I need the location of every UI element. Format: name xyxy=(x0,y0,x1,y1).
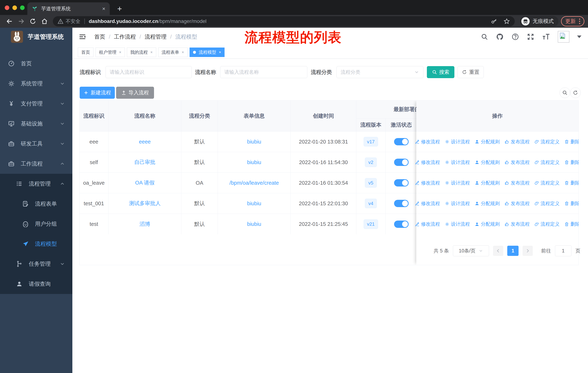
tag-close-icon[interactable]: × xyxy=(182,50,184,55)
process-name-field[interactable] xyxy=(220,66,307,78)
browser-update-menu-button[interactable]: 更新 xyxy=(561,16,584,26)
sidebar-item-payment[interactable]: 支付管理 xyxy=(0,94,72,114)
close-window-button[interactable] xyxy=(5,5,9,10)
tag-close-icon[interactable]: × xyxy=(119,50,121,55)
assign-rule-link[interactable]: 分配规则 xyxy=(475,159,500,166)
cell-form-info-link[interactable]: biubiu xyxy=(247,159,261,165)
cell-process-name-link[interactable]: 自己审批 xyxy=(134,159,156,166)
modify-process-link[interactable]: 修改流程 xyxy=(415,139,440,145)
tag-home[interactable]: 首页 xyxy=(78,48,94,57)
tab-close-icon[interactable]: × xyxy=(102,6,105,11)
publish-process-link[interactable]: 发布流程 xyxy=(504,159,530,166)
design-process-link[interactable]: 设计流程 xyxy=(445,180,470,186)
goto-page-input[interactable] xyxy=(555,245,571,256)
avatar[interactable] xyxy=(558,31,569,43)
create-process-button[interactable]: 新建流程 xyxy=(80,87,115,99)
modify-process-link[interactable]: 修改流程 xyxy=(415,159,440,166)
import-process-button[interactable]: 导入流程 xyxy=(116,87,154,99)
publish-process-link[interactable]: 发布流程 xyxy=(504,221,530,227)
modify-process-link[interactable]: 修改流程 xyxy=(415,221,440,227)
process-category-select[interactable]: 流程分类 xyxy=(336,66,423,78)
sidebar-item-home[interactable]: 首页 xyxy=(0,53,72,74)
publish-process-link[interactable]: 发布流程 xyxy=(504,139,530,145)
assign-rule-link[interactable]: 分配规则 xyxy=(475,200,500,207)
cell-process-name-link[interactable]: 滔博 xyxy=(140,221,150,228)
process-definition-link[interactable]: 流程定义 xyxy=(535,200,560,207)
sidebar-item-system[interactable]: 系统管理 xyxy=(0,74,72,94)
help-icon[interactable] xyxy=(511,33,519,40)
prev-page-button[interactable] xyxy=(493,246,503,256)
fullscreen-icon[interactable] xyxy=(527,33,535,40)
modify-process-link[interactable]: 修改流程 xyxy=(415,200,440,207)
delete-link[interactable]: 删除 xyxy=(564,139,579,145)
tag-close-icon[interactable]: × xyxy=(150,50,153,55)
password-key-icon[interactable] xyxy=(491,18,497,24)
cell-form-info-link[interactable]: biubiu xyxy=(247,221,261,227)
delete-link[interactable]: 删除 xyxy=(564,221,579,227)
show-search-toggle-button[interactable] xyxy=(560,87,570,98)
sidebar-item-process-model[interactable]: 流程模型 xyxy=(0,234,72,254)
breadcrumb-process-management[interactable]: 流程管理 xyxy=(145,33,167,40)
minimize-window-button[interactable] xyxy=(12,5,17,10)
tag-tenant-management[interactable]: 租户管理× xyxy=(95,48,125,57)
assign-rule-link[interactable]: 分配规则 xyxy=(475,180,500,186)
delete-link[interactable]: 删除 xyxy=(564,200,579,207)
process-id-input[interactable] xyxy=(110,69,188,75)
tag-my-process[interactable]: 我的流程× xyxy=(127,48,156,57)
sidebar-item-leave-query[interactable]: 请假查询 xyxy=(0,274,72,294)
sidebar-item-infrastructure[interactable]: 基础设施 xyxy=(0,114,72,134)
back-button[interactable] xyxy=(4,15,15,27)
design-process-link[interactable]: 设计流程 xyxy=(445,221,470,227)
sidebar-item-user-group[interactable]: 用户分组 xyxy=(0,214,72,234)
assign-rule-link[interactable]: 分配规则 xyxy=(475,221,500,227)
process-definition-link[interactable]: 流程定义 xyxy=(535,221,560,227)
browser-tab[interactable]: 芋道管理系统 × xyxy=(27,2,110,15)
reset-button[interactable]: 重置 xyxy=(458,66,484,78)
page-size-select[interactable]: 10条/页 xyxy=(453,245,489,256)
active-status-toggle[interactable] xyxy=(394,138,409,145)
process-definition-link[interactable]: 流程定义 xyxy=(535,139,560,145)
new-tab-button[interactable]: + xyxy=(115,4,124,13)
address-bar[interactable]: 不安全 dashboard.yudao.iocoder.cn /bpm/mana… xyxy=(53,16,515,26)
reload-button[interactable] xyxy=(27,15,39,27)
search-icon[interactable] xyxy=(481,33,488,40)
current-page-button[interactable]: 1 xyxy=(507,246,519,256)
cell-form-info-link[interactable]: /bpm/oa/leave/create xyxy=(230,180,279,186)
sidebar-item-task-management[interactable]: 任务管理 xyxy=(0,254,72,274)
delete-link[interactable]: 删除 xyxy=(564,159,579,166)
not-secure-label[interactable]: 不安全 xyxy=(66,18,80,25)
active-status-toggle[interactable] xyxy=(394,200,409,207)
chevron-down-icon[interactable] xyxy=(577,36,581,38)
process-definition-link[interactable]: 流程定义 xyxy=(535,180,560,186)
sidebar-item-process-management[interactable]: 流程管理 xyxy=(0,174,72,194)
active-status-toggle[interactable] xyxy=(394,221,409,228)
sidebar-item-workflow[interactable]: 工作流程 xyxy=(0,154,72,174)
process-id-field[interactable] xyxy=(105,66,192,78)
sidebar-collapse-button[interactable] xyxy=(79,33,86,40)
cell-process-name-link[interactable]: eeee xyxy=(139,139,151,145)
cell-process-name-link[interactable]: 测试多审批人 xyxy=(129,200,161,207)
kebab-menu-icon[interactable] xyxy=(579,19,580,24)
home-button[interactable] xyxy=(39,15,50,27)
design-process-link[interactable]: 设计流程 xyxy=(445,139,470,145)
search-button[interactable]: 搜索 xyxy=(427,66,454,78)
active-status-toggle[interactable] xyxy=(394,159,409,166)
tag-process-form[interactable]: 流程表单× xyxy=(158,48,188,57)
design-process-link[interactable]: 设计流程 xyxy=(445,200,470,207)
forward-button[interactable] xyxy=(15,15,27,27)
publish-process-link[interactable]: 发布流程 xyxy=(504,200,530,207)
maximize-window-button[interactable] xyxy=(20,5,25,10)
sidebar-item-dev-tools[interactable]: 研发工具 xyxy=(0,134,72,154)
tag-close-icon[interactable]: × xyxy=(219,50,221,55)
active-status-toggle[interactable] xyxy=(394,179,409,186)
refresh-table-button[interactable] xyxy=(570,87,581,98)
window-controls[interactable] xyxy=(5,5,25,10)
tag-process-model[interactable]: 流程模型× xyxy=(189,48,225,57)
font-size-icon[interactable] xyxy=(542,33,550,41)
process-definition-link[interactable]: 流程定义 xyxy=(535,159,560,166)
process-name-input[interactable] xyxy=(224,69,303,75)
delete-link[interactable]: 删除 xyxy=(564,180,579,186)
next-page-button[interactable] xyxy=(523,246,533,256)
design-process-link[interactable]: 设计流程 xyxy=(445,159,470,166)
cell-process-name-link[interactable]: OA 请假 xyxy=(135,179,154,186)
